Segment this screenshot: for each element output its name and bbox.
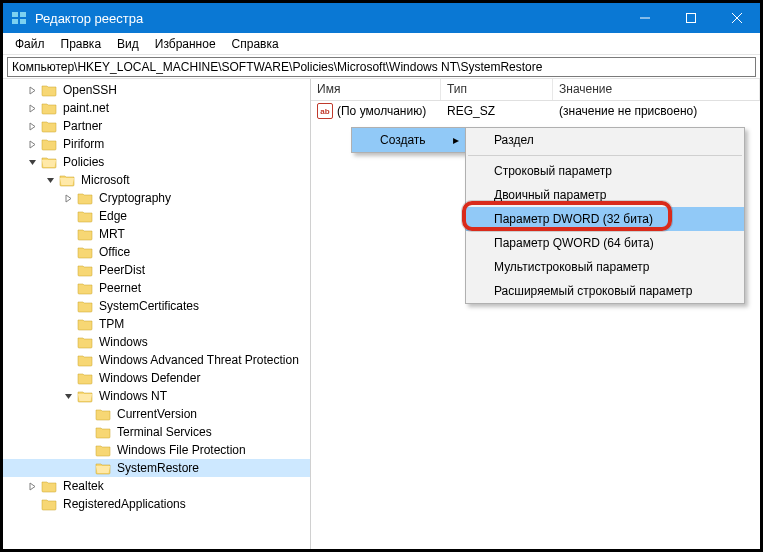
tree-item[interactable]: TPM — [3, 315, 310, 333]
svg-rect-1 — [20, 12, 26, 17]
svg-rect-2 — [12, 19, 18, 24]
folder-icon — [95, 425, 111, 439]
folder-icon — [41, 83, 57, 97]
folder-icon — [77, 389, 93, 403]
column-name[interactable]: Имя — [311, 79, 441, 100]
tree-item[interactable]: Windows File Protection — [3, 441, 310, 459]
tree-label: Office — [97, 245, 132, 259]
ctx-create[interactable]: Создать ▸ — [352, 128, 465, 152]
menu-file[interactable]: Файл — [7, 35, 53, 53]
ctx-new-key[interactable]: Раздел — [466, 128, 744, 152]
chevron-down-icon[interactable] — [25, 155, 39, 169]
main-area: OpenSSHpaint.netPartnerPiriformPoliciesM… — [3, 79, 760, 549]
folder-icon — [41, 497, 57, 511]
ctx-new-dword[interactable]: Параметр DWORD (32 бита) — [466, 207, 744, 231]
folder-icon — [77, 371, 93, 385]
folder-icon — [95, 461, 111, 475]
folder-icon — [41, 119, 57, 133]
folder-icon — [95, 443, 111, 457]
chevron-down-icon[interactable] — [43, 173, 57, 187]
ctx-new-string[interactable]: Строковый параметр — [466, 159, 744, 183]
tree-item[interactable]: Edge — [3, 207, 310, 225]
tree-item[interactable]: Peernet — [3, 279, 310, 297]
tree-label: SystemRestore — [115, 461, 201, 475]
menu-view[interactable]: Вид — [109, 35, 147, 53]
window-controls — [622, 3, 760, 33]
tree-item[interactable]: Windows NT — [3, 387, 310, 405]
menu-favorites[interactable]: Избранное — [147, 35, 224, 53]
ctx-new-qword[interactable]: Параметр QWORD (64 бита) — [466, 231, 744, 255]
chevron-right-icon[interactable] — [25, 83, 39, 97]
tree-label: CurrentVersion — [115, 407, 199, 421]
menu-edit[interactable]: Правка — [53, 35, 110, 53]
maximize-button[interactable] — [668, 3, 714, 33]
tree-item[interactable]: Office — [3, 243, 310, 261]
tree-item[interactable]: Microsoft — [3, 171, 310, 189]
menu-help[interactable]: Справка — [224, 35, 287, 53]
chevron-right-icon[interactable] — [25, 137, 39, 151]
folder-icon — [77, 227, 93, 241]
tree-item[interactable]: Realtek — [3, 477, 310, 495]
folder-icon — [77, 245, 93, 259]
folder-icon — [77, 209, 93, 223]
tree-item[interactable]: SystemCertificates — [3, 297, 310, 315]
tree-item[interactable]: Cryptography — [3, 189, 310, 207]
chevron-right-icon[interactable] — [25, 479, 39, 493]
tree-item[interactable]: Policies — [3, 153, 310, 171]
menu-bar: Файл Правка Вид Избранное Справка — [3, 33, 760, 55]
tree-item[interactable]: OpenSSH — [3, 81, 310, 99]
ctx-new-multistring[interactable]: Мультистроковый параметр — [466, 255, 744, 279]
folder-icon — [77, 281, 93, 295]
close-button[interactable] — [714, 3, 760, 33]
tree-item[interactable]: SystemRestore — [3, 459, 310, 477]
tree-label: Cryptography — [97, 191, 173, 205]
tree-item[interactable]: RegisteredApplications — [3, 495, 310, 513]
tree-label: MRT — [97, 227, 127, 241]
tree-label: Piriform — [61, 137, 106, 151]
chevron-right-icon[interactable] — [25, 119, 39, 133]
minimize-button[interactable] — [622, 3, 668, 33]
column-value[interactable]: Значение — [553, 79, 760, 100]
tree-label: SystemCertificates — [97, 299, 201, 313]
list-pane[interactable]: Имя Тип Значение ab (По умолчанию) REG_S… — [311, 79, 760, 549]
folder-icon — [77, 191, 93, 205]
tree-item[interactable]: Windows Advanced Threat Protection — [3, 351, 310, 369]
tree-label: Edge — [97, 209, 129, 223]
list-row-default[interactable]: ab (По умолчанию) REG_SZ (значение не пр… — [311, 101, 760, 121]
tree-item[interactable]: Windows — [3, 333, 310, 351]
ctx-new-expandstring[interactable]: Расширяемый строковый параметр — [466, 279, 744, 303]
tree-label: Realtek — [61, 479, 106, 493]
ctx-create-label: Создать — [380, 133, 426, 147]
tree-label: Terminal Services — [115, 425, 214, 439]
tree-label: Microsoft — [79, 173, 132, 187]
tree-item[interactable]: PeerDist — [3, 261, 310, 279]
tree-label: TPM — [97, 317, 126, 331]
folder-icon — [41, 479, 57, 493]
tree-label: OpenSSH — [61, 83, 119, 97]
svg-rect-0 — [12, 12, 18, 17]
folder-icon — [77, 317, 93, 331]
chevron-down-icon[interactable] — [61, 389, 75, 403]
column-type[interactable]: Тип — [441, 79, 553, 100]
tree-item[interactable]: Partner — [3, 117, 310, 135]
tree-label: Windows File Protection — [115, 443, 248, 457]
tree-label: PeerDist — [97, 263, 147, 277]
tree-item[interactable]: MRT — [3, 225, 310, 243]
tree-label: Windows — [97, 335, 150, 349]
folder-icon — [41, 155, 57, 169]
tree-item[interactable]: Terminal Services — [3, 423, 310, 441]
tree-label: paint.net — [61, 101, 111, 115]
tree-item[interactable]: Piriform — [3, 135, 310, 153]
tree-label: Peernet — [97, 281, 143, 295]
context-menu: Создать ▸ — [351, 127, 466, 153]
separator — [468, 155, 742, 156]
tree-pane[interactable]: OpenSSHpaint.netPartnerPiriformPoliciesM… — [3, 79, 311, 549]
chevron-right-icon[interactable] — [61, 191, 75, 205]
tree-item[interactable]: Windows Defender — [3, 369, 310, 387]
chevron-right-icon[interactable] — [25, 101, 39, 115]
tree-item[interactable]: CurrentVersion — [3, 405, 310, 423]
address-input[interactable] — [7, 57, 756, 77]
ctx-new-binary[interactable]: Двоичный параметр — [466, 183, 744, 207]
tree-item[interactable]: paint.net — [3, 99, 310, 117]
string-value-icon: ab — [317, 103, 333, 119]
